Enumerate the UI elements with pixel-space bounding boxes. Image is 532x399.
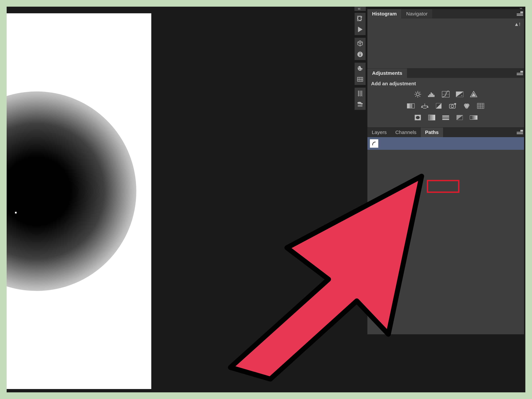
- canvas[interactable]: [7, 13, 151, 389]
- actions-play-icon[interactable]: [356, 25, 364, 34]
- tab-spacer: [407, 69, 524, 78]
- photo-filter-icon[interactable]: [448, 102, 457, 110]
- artwork-blur-circle: [7, 91, 136, 291]
- black-white-icon[interactable]: [434, 102, 443, 110]
- 3d-panel-icon[interactable]: [356, 39, 364, 48]
- warning-icon[interactable]: ▲!: [514, 21, 520, 27]
- invert-icon[interactable]: [413, 113, 423, 122]
- svg-point-13: [416, 93, 419, 96]
- svg-point-3: [360, 52, 361, 53]
- collapse-panels-left-icon[interactable]: [355, 7, 366, 11]
- svg-line-21: [415, 96, 416, 97]
- app-frame: Histogram Navigator ▲! Adjustments Add a…: [7, 7, 525, 392]
- color-lookup-icon[interactable]: [476, 102, 485, 110]
- svg-rect-57: [433, 115, 435, 120]
- histogram-tabrow: Histogram Navigator: [367, 9, 524, 19]
- hue-saturation-icon[interactable]: [406, 102, 416, 110]
- color-grid-icon[interactable]: [356, 75, 364, 84]
- tab-histogram[interactable]: Histogram: [367, 9, 401, 19]
- svg-text:−: −: [461, 94, 462, 97]
- svg-rect-34: [407, 104, 410, 108]
- info-panel-icon[interactable]: [356, 50, 364, 59]
- svg-rect-58: [442, 115, 449, 117]
- svg-point-52: [416, 116, 420, 119]
- svg-rect-56: [432, 115, 433, 120]
- tab-channels[interactable]: Channels: [391, 127, 421, 137]
- svg-rect-23: [429, 94, 431, 97]
- tab-navigator[interactable]: Navigator: [401, 9, 432, 19]
- swatches-palette-icon[interactable]: [356, 64, 364, 73]
- svg-line-20: [419, 92, 420, 93]
- svg-text:+: +: [458, 92, 459, 95]
- collapsed-panels-strip: [355, 13, 366, 110]
- svg-rect-59: [442, 117, 449, 118]
- layers-channels-paths-panel: Layers Channels Paths: [367, 127, 524, 334]
- icon-group-1: [355, 13, 366, 35]
- svg-point-6: [361, 69, 361, 70]
- panel-menu-icon[interactable]: [517, 130, 523, 134]
- curves-icon[interactable]: [441, 90, 450, 98]
- brush-presets-icon[interactable]: [356, 100, 364, 108]
- levels-icon[interactable]: [427, 90, 437, 98]
- svg-rect-54: [428, 115, 430, 120]
- adjustments-body: Add an adjustment +−: [367, 78, 524, 127]
- path-anchor-point[interactable]: [15, 211, 17, 214]
- icon-group-2: [355, 38, 366, 60]
- panel-menu-icon[interactable]: [517, 71, 523, 75]
- adjustments-title: Add an adjustment: [371, 80, 521, 89]
- vibrance-icon[interactable]: [469, 90, 478, 98]
- channel-mixer-icon[interactable]: [462, 102, 471, 110]
- histogram-panel: Histogram Navigator ▲!: [367, 9, 524, 68]
- adjustments-row-3: [371, 112, 521, 123]
- brightness-contrast-icon[interactable]: [413, 90, 423, 98]
- adjustments-panel: Adjustments Add an adjustment +−: [367, 68, 524, 127]
- brushes-icon[interactable]: [356, 89, 364, 98]
- tab-spacer: [432, 9, 524, 19]
- color-balance-icon[interactable]: [420, 102, 430, 110]
- svg-rect-35: [410, 104, 412, 108]
- path-item[interactable]: [367, 137, 524, 150]
- svg-rect-62: [470, 115, 477, 120]
- svg-rect-12: [361, 103, 363, 104]
- path-thumbnail: [370, 139, 378, 148]
- tab-paths[interactable]: Paths: [421, 127, 443, 137]
- svg-rect-41: [454, 103, 456, 105]
- svg-line-19: [419, 96, 420, 97]
- tab-adjustments[interactable]: Adjustments: [367, 69, 407, 78]
- posterize-icon[interactable]: [427, 113, 437, 122]
- svg-line-18: [415, 92, 416, 93]
- threshold-icon[interactable]: [441, 113, 450, 122]
- svg-rect-2: [360, 54, 361, 56]
- svg-point-4: [358, 67, 359, 68]
- right-panel-stack: Histogram Navigator ▲! Adjustments Add a…: [367, 9, 524, 334]
- icon-group-3: [355, 63, 366, 85]
- svg-rect-25: [432, 94, 433, 97]
- svg-point-44: [465, 105, 468, 108]
- histogram-body: ▲!: [367, 19, 524, 68]
- exposure-icon[interactable]: +−: [455, 90, 464, 98]
- svg-point-40: [451, 105, 454, 108]
- adjustments-row-2: [371, 100, 521, 112]
- svg-rect-22: [428, 95, 429, 97]
- gradient-map-icon[interactable]: [469, 113, 478, 122]
- svg-point-5: [359, 69, 360, 70]
- tutorial-highlight-box: [427, 180, 459, 193]
- selective-color-icon[interactable]: [455, 113, 464, 122]
- svg-rect-26: [433, 95, 434, 97]
- adjustments-row-1: +−: [371, 89, 521, 100]
- panel-menu-icon[interactable]: [517, 12, 523, 16]
- paths-list[interactable]: [367, 137, 524, 334]
- svg-rect-24: [431, 93, 432, 97]
- svg-rect-60: [442, 119, 449, 120]
- tab-spacer: [443, 127, 524, 137]
- lcp-tabrow: Layers Channels Paths: [367, 127, 524, 137]
- svg-rect-55: [430, 115, 432, 120]
- tab-layers[interactable]: Layers: [367, 127, 391, 137]
- adjustments-tabrow: Adjustments: [367, 69, 524, 78]
- history-icon[interactable]: [356, 14, 364, 23]
- icon-group-4: [355, 88, 366, 110]
